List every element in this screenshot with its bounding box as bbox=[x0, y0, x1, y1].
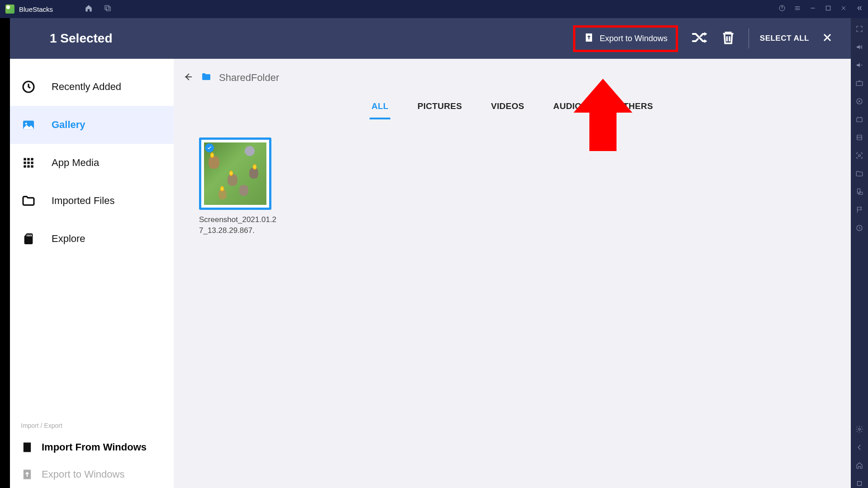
gallery-grid: Screenshot_2021.01.27_13.28.29.867. bbox=[174, 119, 851, 254]
tab-pictures[interactable]: PICTURES bbox=[416, 97, 464, 119]
back-nav-icon[interactable] bbox=[855, 443, 864, 452]
sidebar-item-label: Gallery bbox=[52, 119, 85, 131]
rotate-icon[interactable] bbox=[855, 187, 864, 196]
tab-others[interactable]: OTHERS bbox=[615, 97, 655, 119]
export-icon bbox=[583, 32, 594, 45]
titlebar: BlueStacks bbox=[0, 0, 868, 18]
selection-bar: 1 Selected Export to Windows SELECT ALL bbox=[10, 18, 851, 59]
svg-rect-17 bbox=[27, 158, 29, 160]
gallery-item[interactable]: Screenshot_2021.01.27_13.28.29.867. bbox=[199, 137, 280, 236]
clock-icon bbox=[21, 79, 36, 95]
sidebar-item-app-media[interactable]: App Media bbox=[10, 144, 174, 182]
shuffle-icon[interactable] bbox=[691, 29, 708, 48]
sd-card-icon bbox=[21, 231, 36, 246]
svg-rect-29 bbox=[856, 81, 863, 85]
memory-icon[interactable]: APK bbox=[855, 133, 864, 142]
svg-rect-31 bbox=[857, 118, 862, 122]
svg-rect-20 bbox=[27, 161, 29, 164]
shake-icon[interactable] bbox=[855, 223, 864, 232]
svg-point-15 bbox=[25, 123, 27, 124]
sidebar-item-label: Imported Files bbox=[52, 195, 114, 207]
bluestacks-logo-icon bbox=[5, 5, 14, 14]
tab-videos[interactable]: VIDEOS bbox=[489, 97, 526, 119]
media-folder-icon[interactable] bbox=[855, 169, 864, 178]
tabs: ALL PICTURES VIDEOS AUDIOS OTHERS bbox=[174, 90, 851, 119]
macro-icon[interactable] bbox=[855, 115, 864, 124]
app-title: BlueStacks bbox=[19, 5, 53, 13]
svg-point-3 bbox=[782, 9, 783, 10]
svg-rect-28 bbox=[31, 235, 32, 237]
selected-check-icon bbox=[205, 143, 214, 152]
sidebar-item-label: Explore bbox=[52, 233, 85, 245]
export-button-label: Export to Windows bbox=[600, 34, 668, 43]
breadcrumb-folder-name: SharedFolder bbox=[219, 72, 279, 84]
recents-nav-icon[interactable] bbox=[855, 479, 864, 488]
folder-icon bbox=[200, 71, 213, 84]
help-icon[interactable] bbox=[778, 5, 786, 14]
sidebar-action-label: Import From Windows bbox=[42, 441, 147, 453]
export-to-windows-sidebar-button[interactable]: Export to Windows bbox=[10, 461, 174, 488]
sidebar-item-explore[interactable]: Explore bbox=[10, 220, 174, 258]
home-nav-icon[interactable] bbox=[855, 461, 864, 470]
maximize-icon[interactable] bbox=[825, 5, 832, 14]
svg-text:APK: APK bbox=[857, 136, 862, 139]
letterbox-left bbox=[0, 18, 10, 488]
trash-icon[interactable] bbox=[721, 30, 736, 47]
minimize-icon[interactable] bbox=[809, 5, 816, 14]
collapse-rail-icon[interactable] bbox=[855, 5, 863, 14]
fullscreen-icon[interactable] bbox=[855, 24, 864, 33]
thumbnail-frame bbox=[199, 137, 271, 210]
gallery-icon bbox=[21, 117, 36, 133]
tab-all[interactable]: ALL bbox=[370, 97, 390, 119]
thumbnail-filename: Screenshot_2021.01.27_13.28.29.867. bbox=[199, 214, 279, 236]
sidebar-item-imported-files[interactable]: Imported Files bbox=[10, 182, 174, 220]
sidebar: Recently Added Gallery App Media Importe… bbox=[10, 59, 174, 488]
svg-rect-18 bbox=[31, 158, 33, 160]
sidebar-item-gallery[interactable]: Gallery bbox=[10, 106, 174, 144]
svg-rect-8 bbox=[826, 6, 830, 10]
close-selection-icon[interactable] bbox=[822, 32, 833, 45]
sidebar-action-label: Export to Windows bbox=[42, 469, 124, 480]
right-tool-rail: APK bbox=[851, 18, 868, 488]
export-to-windows-button[interactable]: Export to Windows bbox=[573, 25, 678, 52]
volume-up-icon[interactable] bbox=[855, 43, 864, 52]
selection-count: 1 Selected bbox=[50, 31, 113, 46]
svg-rect-0 bbox=[105, 5, 109, 9]
svg-rect-21 bbox=[31, 161, 33, 164]
volume-down-icon[interactable] bbox=[855, 61, 864, 70]
tab-audios[interactable]: AUDIOS bbox=[551, 97, 589, 119]
svg-point-38 bbox=[859, 428, 861, 431]
svg-rect-25 bbox=[27, 235, 28, 237]
thumbnail-image bbox=[204, 142, 266, 205]
folder-icon bbox=[21, 193, 36, 208]
sidebar-section-label: Import / Export bbox=[10, 417, 174, 434]
svg-rect-27 bbox=[29, 235, 30, 237]
back-icon[interactable] bbox=[183, 71, 194, 84]
svg-point-34 bbox=[859, 155, 861, 157]
export-icon bbox=[21, 468, 33, 481]
svg-rect-1 bbox=[106, 7, 110, 11]
divider bbox=[749, 28, 749, 48]
sync-icon[interactable] bbox=[855, 97, 864, 106]
recent-apps-icon[interactable] bbox=[104, 4, 112, 14]
main-pane: SharedFolder ALL PICTURES VIDEOS AUDIOS … bbox=[174, 59, 851, 488]
keyboard-controls-icon[interactable] bbox=[855, 79, 864, 88]
svg-rect-22 bbox=[24, 165, 26, 167]
svg-rect-26 bbox=[28, 235, 29, 237]
location-icon[interactable] bbox=[855, 205, 864, 214]
import-from-windows-button[interactable]: Import From Windows bbox=[10, 434, 174, 461]
sidebar-item-recently-added[interactable]: Recently Added bbox=[10, 68, 174, 106]
svg-rect-24 bbox=[31, 165, 33, 167]
menu-icon[interactable] bbox=[794, 5, 801, 14]
home-icon[interactable] bbox=[85, 4, 93, 14]
close-window-icon[interactable] bbox=[840, 5, 847, 14]
import-icon bbox=[21, 441, 33, 454]
svg-rect-19 bbox=[24, 161, 26, 164]
select-all-button[interactable]: SELECT ALL bbox=[760, 34, 809, 43]
screenshot-icon[interactable] bbox=[855, 151, 864, 160]
settings-icon[interactable] bbox=[855, 425, 864, 434]
svg-rect-16 bbox=[24, 158, 26, 160]
sidebar-item-label: Recently Added bbox=[52, 81, 121, 93]
svg-rect-23 bbox=[27, 165, 29, 167]
sidebar-item-label: App Media bbox=[52, 157, 99, 169]
